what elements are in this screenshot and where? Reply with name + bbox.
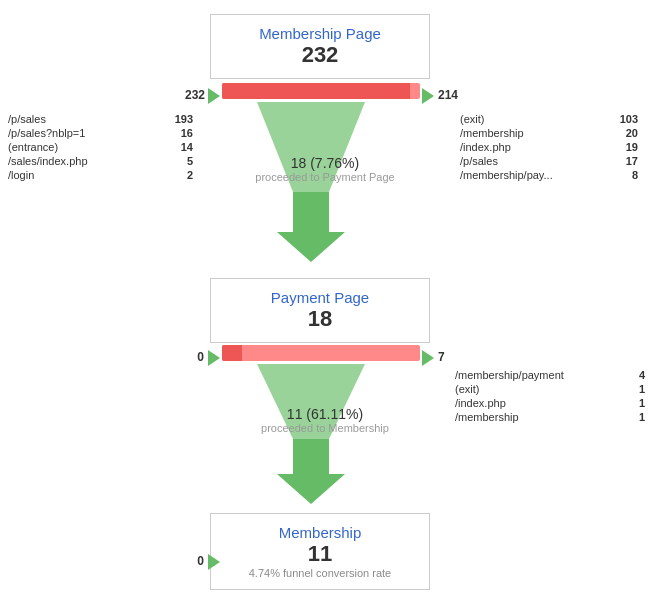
- list-label: /p/sales: [8, 113, 46, 125]
- stage3-title: Membership: [225, 524, 415, 541]
- list-item: (exit)1: [455, 382, 645, 396]
- svg-marker-2: [277, 232, 345, 262]
- list-label: /p/sales?nblp=1: [8, 127, 85, 139]
- stage2-title: Payment Page: [225, 289, 415, 306]
- stage2-right-count: 7: [438, 350, 445, 364]
- stage1-proceed-label: 18 (7.76%) proceeded to Payment Page: [215, 155, 435, 183]
- list-label: /membership: [460, 127, 524, 139]
- list-label: (exit): [455, 383, 479, 395]
- list-item: /sales/index.php5: [8, 154, 193, 168]
- list-label: /membership: [455, 411, 519, 423]
- list-item: /index.php1: [455, 396, 645, 410]
- stage1-bar-bg: [222, 83, 420, 99]
- list-val: 14: [181, 141, 193, 153]
- list-val: 1: [639, 383, 645, 395]
- svg-rect-1: [293, 192, 329, 232]
- stage1-title: Membership Page: [225, 25, 415, 42]
- list-val: 1: [639, 411, 645, 423]
- list-label: /sales/index.php: [8, 155, 88, 167]
- funnel-arrow-1: [257, 102, 365, 272]
- stage1-right-arrow: [422, 88, 434, 104]
- list-val: 8: [632, 169, 638, 181]
- stage3-box: Membership 11 4.74% funnel conversion ra…: [210, 513, 430, 590]
- stage3-number: 11: [225, 541, 415, 567]
- list-label: /p/sales: [460, 155, 498, 167]
- funnel-container: Membership Page 232 232 214 /p/sales193/…: [0, 0, 652, 600]
- list-item: /membership/pay...8: [460, 168, 638, 182]
- stage3-left-count: 0: [182, 554, 204, 568]
- list-val: 16: [181, 127, 193, 139]
- stage2-bar-bg: [222, 345, 420, 361]
- list-val: 5: [187, 155, 193, 167]
- list-val: 4: [639, 369, 645, 381]
- list-val: 17: [626, 155, 638, 167]
- stage3-left-arrow: [208, 554, 220, 570]
- list-label: (entrance): [8, 141, 58, 153]
- list-item: /p/sales193: [8, 112, 193, 126]
- stage1-right-list: (exit)103/membership20/index.php19/p/sal…: [460, 112, 638, 182]
- stage1-left-count: 232: [170, 88, 205, 102]
- svg-rect-4: [293, 439, 329, 474]
- list-val: 1: [639, 397, 645, 409]
- list-val: 103: [620, 113, 638, 125]
- stage2-number: 18: [225, 306, 415, 332]
- stage3-conversion: 4.74% funnel conversion rate: [225, 567, 415, 579]
- stage2-proceed-label: 11 (61.11%) proceeded to Membership: [215, 406, 435, 434]
- stage2-proceed-desc: proceeded to Membership: [215, 422, 435, 434]
- funnel-arrow-2: [257, 364, 365, 514]
- stage1-number: 232: [225, 42, 415, 68]
- stage1-proceed-pct: 18 (7.76%): [215, 155, 435, 171]
- list-item: (exit)103: [460, 112, 638, 126]
- stage1-bar-fill: [222, 83, 410, 99]
- stage2-right-arrow: [422, 350, 434, 366]
- stage2-bar-fill: [222, 345, 242, 361]
- list-label: /login: [8, 169, 34, 181]
- list-val: 19: [626, 141, 638, 153]
- list-val: 193: [175, 113, 193, 125]
- svg-marker-5: [277, 474, 345, 504]
- list-item: /membership/payment4: [455, 368, 645, 382]
- list-item: /membership1: [455, 410, 645, 424]
- list-val: 2: [187, 169, 193, 181]
- stage1-box: Membership Page 232: [210, 14, 430, 79]
- stage2-right-list: /membership/payment4(exit)1/index.php1/m…: [455, 368, 645, 424]
- list-item: /p/sales17: [460, 154, 638, 168]
- list-item: /membership20: [460, 126, 638, 140]
- list-val: 20: [626, 127, 638, 139]
- stage1-right-count: 214: [438, 88, 458, 102]
- stage2-left-arrow: [208, 350, 220, 366]
- list-label: /index.php: [460, 141, 511, 153]
- list-label: /membership/payment: [455, 369, 564, 381]
- stage1-left-arrow: [208, 88, 220, 104]
- stage1-left-list: /p/sales193/p/sales?nblp=116(entrance)14…: [8, 112, 193, 182]
- stage2-left-count: 0: [182, 350, 204, 364]
- list-label: /membership/pay...: [460, 169, 553, 181]
- list-item: /p/sales?nblp=116: [8, 126, 193, 140]
- list-item: /index.php19: [460, 140, 638, 154]
- stage1-proceed-desc: proceeded to Payment Page: [215, 171, 435, 183]
- list-item: (entrance)14: [8, 140, 193, 154]
- list-label: (exit): [460, 113, 484, 125]
- list-item: /login2: [8, 168, 193, 182]
- stage2-box: Payment Page 18: [210, 278, 430, 343]
- list-label: /index.php: [455, 397, 506, 409]
- stage2-proceed-pct: 11 (61.11%): [215, 406, 435, 422]
